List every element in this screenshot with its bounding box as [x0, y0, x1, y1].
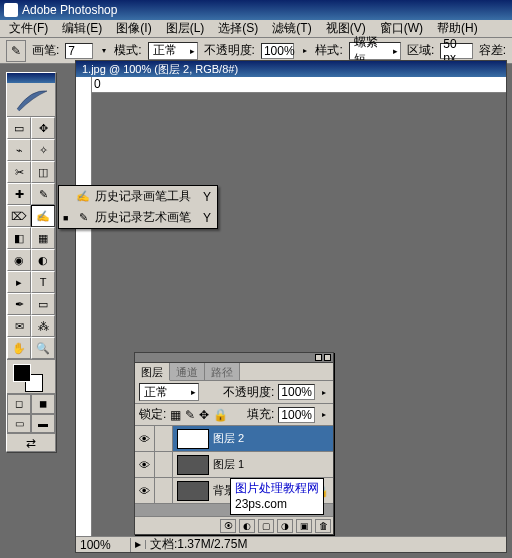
area-label: 区域:: [407, 42, 434, 59]
blur-tool[interactable]: ◉: [7, 249, 31, 271]
path-tool[interactable]: ▸: [7, 271, 31, 293]
flyout-item-history-brush[interactable]: ✍ 历史记录画笔工具 Y: [59, 186, 217, 207]
zoom-field[interactable]: 100%: [76, 538, 131, 552]
layer-thumbnail[interactable]: [177, 455, 209, 475]
visibility-icon[interactable]: 👁: [135, 478, 155, 503]
standard-mode[interactable]: ◻: [7, 394, 31, 414]
color-swatches: [7, 359, 55, 393]
stamp-tool[interactable]: ⌦: [7, 205, 31, 227]
menu-help[interactable]: 帮助(H): [430, 20, 485, 37]
flyout-item-art-history-brush[interactable]: ■ ✎ 历史记录艺术画笔 Y: [59, 207, 217, 228]
lock-position-icon[interactable]: ✥: [199, 408, 209, 422]
move-tool[interactable]: ✥: [31, 117, 55, 139]
fill-label: 填充:: [247, 406, 274, 423]
screen-mode-2[interactable]: ▬: [31, 414, 55, 434]
visibility-icon[interactable]: 👁: [135, 452, 155, 477]
area-field[interactable]: 50 px: [440, 43, 472, 59]
panel-footer: ⦿ ◐ ▢ ◑ ▣ 🗑: [135, 516, 333, 534]
menu-edit[interactable]: 编辑(E): [55, 20, 109, 37]
layer-blend-mode[interactable]: 正常: [139, 383, 199, 401]
pen-tool[interactable]: ✒: [7, 293, 31, 315]
blend-mode-dropdown[interactable]: 正常: [148, 42, 198, 60]
link-cell[interactable]: [155, 426, 173, 451]
watermark: 图片处理教程网 23ps.com: [230, 478, 324, 515]
fill-arrow[interactable]: ▸: [319, 408, 329, 422]
opacity-field[interactable]: 100%: [261, 43, 295, 59]
lock-pixels-icon[interactable]: ✎: [185, 408, 195, 422]
status-bar: 100% ▶ 文档:1.37M/2.75M: [76, 536, 506, 552]
layer-name[interactable]: 图层 1: [213, 457, 333, 472]
visibility-icon[interactable]: 👁: [135, 426, 155, 451]
quickmask-mode[interactable]: ◼: [31, 394, 55, 414]
minimize-icon[interactable]: [315, 354, 322, 361]
layer-mask-button[interactable]: ◐: [239, 519, 255, 533]
adjustment-layer-button[interactable]: ◑: [277, 519, 293, 533]
layer-row[interactable]: 👁 图层 2: [135, 426, 333, 452]
opacity-arrow[interactable]: ▸: [300, 44, 309, 58]
layer-opacity-field[interactable]: 100%: [278, 384, 315, 400]
wand-tool[interactable]: ✧: [31, 139, 55, 161]
panel-tabs: 图层 通道 路径: [135, 363, 333, 381]
lock-all-icon[interactable]: 🔒: [213, 408, 228, 422]
layer-style-button[interactable]: ⦿: [220, 519, 236, 533]
delete-layer-button[interactable]: 🗑: [315, 519, 331, 533]
foreground-color[interactable]: [13, 364, 31, 382]
brush-tool[interactable]: ✎: [31, 183, 55, 205]
history-brush-icon: ✍: [75, 190, 91, 203]
lock-transparency-icon[interactable]: ▦: [170, 408, 181, 422]
app-icon: [4, 3, 18, 17]
layer-thumbnail[interactable]: [177, 481, 209, 501]
dodge-tool[interactable]: ◐: [31, 249, 55, 271]
menubar: 文件(F) 编辑(E) 图像(I) 图层(L) 选择(S) 滤镜(T) 视图(V…: [0, 20, 512, 38]
hand-tool[interactable]: ✋: [7, 337, 31, 359]
screen-mode-1[interactable]: ▭: [7, 414, 31, 434]
type-tool[interactable]: T: [31, 271, 55, 293]
eyedropper-tool[interactable]: ⁂: [31, 315, 55, 337]
notes-tool[interactable]: ✉: [7, 315, 31, 337]
tab-paths[interactable]: 路径: [205, 363, 240, 380]
tab-layers[interactable]: 图层: [135, 363, 170, 381]
titlebar: Adobe Photoshop: [0, 0, 512, 20]
brush-size-field[interactable]: 7: [65, 43, 93, 59]
ruler-horizontal[interactable]: 0: [92, 77, 506, 93]
slice-tool[interactable]: ◫: [31, 161, 55, 183]
zoom-tool[interactable]: 🔍: [31, 337, 55, 359]
layer-thumbnail[interactable]: [177, 429, 209, 449]
link-cell[interactable]: [155, 452, 173, 477]
history-brush-tool[interactable]: ✍: [31, 205, 55, 227]
eraser-tool[interactable]: ◧: [7, 227, 31, 249]
layer-opacity-arrow[interactable]: ▸: [319, 385, 329, 399]
layer-row[interactable]: 👁 图层 1: [135, 452, 333, 478]
crop-tool[interactable]: ✂: [7, 161, 31, 183]
opacity-label: 不透明度:: [204, 42, 255, 59]
tool-preset-icon[interactable]: ✎: [6, 40, 26, 62]
lasso-tool[interactable]: ⌁: [7, 139, 31, 161]
close-icon[interactable]: [324, 354, 331, 361]
menu-layer[interactable]: 图层(L): [159, 20, 212, 37]
tab-channels[interactable]: 通道: [170, 363, 205, 380]
new-set-button[interactable]: ▢: [258, 519, 274, 533]
menu-image[interactable]: 图像(I): [109, 20, 158, 37]
new-layer-button[interactable]: ▣: [296, 519, 312, 533]
tolerance-label: 容差:: [479, 42, 506, 59]
fill-field[interactable]: 100%: [278, 407, 315, 423]
toolbox-header[interactable]: [7, 73, 55, 83]
brush-picker-arrow[interactable]: ▾: [99, 44, 108, 58]
mode-label: 模式:: [114, 42, 141, 59]
marquee-tool[interactable]: ▭: [7, 117, 31, 139]
healing-tool[interactable]: ✚: [7, 183, 31, 205]
gradient-tool[interactable]: ▦: [31, 227, 55, 249]
style-dropdown[interactable]: 螺紧短: [349, 42, 401, 60]
link-cell[interactable]: [155, 478, 173, 503]
menu-filter[interactable]: 滤镜(T): [265, 20, 318, 37]
lock-label: 锁定:: [139, 406, 166, 423]
jump-to-imageready[interactable]: ⇄: [7, 433, 55, 451]
ruler-vertical[interactable]: [76, 77, 92, 536]
app-title: Adobe Photoshop: [22, 3, 117, 17]
menu-file[interactable]: 文件(F): [2, 20, 55, 37]
layer-name[interactable]: 图层 2: [213, 431, 333, 446]
shape-tool[interactable]: ▭: [31, 293, 55, 315]
panel-header[interactable]: [135, 353, 333, 363]
status-arrow[interactable]: ▶: [131, 540, 146, 549]
menu-select[interactable]: 选择(S): [211, 20, 265, 37]
